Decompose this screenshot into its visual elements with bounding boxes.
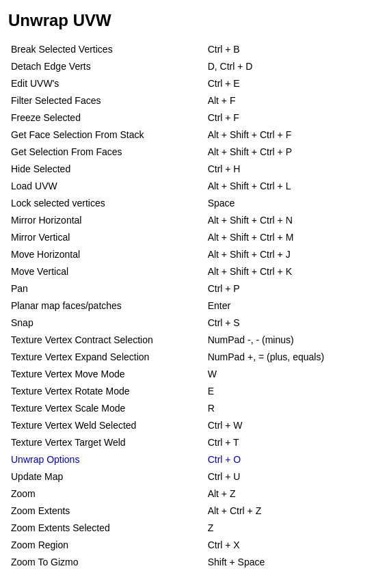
shortcut-keys: Alt + Shift + Ctrl + N bbox=[205, 212, 366, 229]
shortcut-action: Planar map faces/patches bbox=[8, 297, 205, 315]
shortcut-action: Mirror Vertical bbox=[8, 229, 205, 246]
table-row: Filter Selected FacesAlt + F bbox=[8, 92, 366, 109]
shortcut-keys: Ctrl + B bbox=[205, 41, 366, 58]
table-row: SnapCtrl + S bbox=[8, 315, 366, 332]
shortcut-action: Detach Edge Verts bbox=[8, 58, 205, 75]
shortcut-keys: W bbox=[205, 366, 366, 383]
shortcut-action: Filter Selected Faces bbox=[8, 92, 205, 109]
shortcut-keys: Alt + Shift + Ctrl + P bbox=[205, 144, 366, 161]
shortcut-action: Unwrap Options bbox=[8, 451, 205, 468]
table-row: ZoomAlt + Z bbox=[8, 485, 366, 503]
table-row: Zoom To GizmoShift + Space bbox=[8, 554, 366, 571]
shortcut-keys: R bbox=[205, 400, 366, 417]
shortcut-keys: Ctrl + U bbox=[205, 468, 366, 485]
table-row: Texture Vertex Scale ModeR bbox=[8, 400, 366, 417]
shortcut-keys: Shift + Space bbox=[205, 554, 366, 571]
shortcut-action: Break Selected Vertices bbox=[8, 41, 205, 58]
table-row: Move VerticalAlt + Shift + Ctrl + K bbox=[8, 263, 366, 280]
shortcut-keys: NumPad -, - (minus) bbox=[205, 332, 366, 349]
shortcut-action: Freeze Selected bbox=[8, 109, 205, 126]
shortcut-action: Load UVW bbox=[8, 178, 205, 195]
shortcut-keys: Ctrl + F bbox=[205, 109, 366, 126]
table-row: Mirror VerticalAlt + Shift + Ctrl + M bbox=[8, 229, 366, 246]
shortcut-keys: D, Ctrl + D bbox=[205, 58, 366, 75]
table-row: Move HorizontalAlt + Shift + Ctrl + J bbox=[8, 246, 366, 263]
table-row: Texture Vertex Rotate ModeE bbox=[8, 383, 366, 400]
table-row: Texture Vertex Contract SelectionNumPad … bbox=[8, 332, 366, 349]
shortcut-action: Zoom To Gizmo bbox=[8, 554, 205, 571]
shortcut-action: Texture Vertex Rotate Mode bbox=[8, 383, 205, 400]
shortcut-keys: Ctrl + H bbox=[205, 161, 366, 178]
shortcut-action: Move Vertical bbox=[8, 263, 205, 280]
shortcut-keys: Ctrl + T bbox=[205, 434, 366, 451]
shortcut-action: Snap bbox=[8, 315, 205, 332]
shortcut-action: Edit UVW's bbox=[8, 75, 205, 92]
shortcuts-table: Break Selected VerticesCtrl + BDetach Ed… bbox=[8, 41, 366, 571]
shortcut-keys: NumPad +, = (plus, equals) bbox=[205, 349, 366, 366]
shortcut-keys: Alt + Shift + Ctrl + J bbox=[205, 246, 366, 263]
table-row: Break Selected VerticesCtrl + B bbox=[8, 41, 366, 58]
shortcut-action: Mirror Horizontal bbox=[8, 212, 205, 229]
table-row: Edit UVW'sCtrl + E bbox=[8, 75, 366, 92]
shortcut-action: Zoom Region bbox=[8, 537, 205, 554]
shortcut-keys: E bbox=[205, 383, 366, 400]
shortcut-action: Texture Vertex Weld Selected bbox=[8, 417, 205, 434]
shortcut-action: Move Horizontal bbox=[8, 246, 205, 263]
shortcut-keys: Alt + Shift + Ctrl + F bbox=[205, 126, 366, 144]
table-row: Zoom ExtentsAlt + Ctrl + Z bbox=[8, 503, 366, 520]
shortcut-keys: Ctrl + P bbox=[205, 280, 366, 297]
shortcut-action: Texture Vertex Expand Selection bbox=[8, 349, 205, 366]
table-row: Detach Edge VertsD, Ctrl + D bbox=[8, 58, 366, 75]
shortcut-keys: Space bbox=[205, 195, 366, 212]
table-row: Update MapCtrl + U bbox=[8, 468, 366, 485]
shortcut-keys: Enter bbox=[205, 297, 366, 315]
table-row: Freeze SelectedCtrl + F bbox=[8, 109, 366, 126]
shortcut-action: Hide Selected bbox=[8, 161, 205, 178]
table-row: Hide SelectedCtrl + H bbox=[8, 161, 366, 178]
shortcut-action: Texture Vertex Contract Selection bbox=[8, 332, 205, 349]
table-row: Load UVWAlt + Shift + Ctrl + L bbox=[8, 178, 366, 195]
shortcut-keys: Ctrl + O bbox=[205, 451, 366, 468]
table-row: Planar map faces/patchesEnter bbox=[8, 297, 366, 315]
shortcut-action: Texture Vertex Scale Mode bbox=[8, 400, 205, 417]
shortcut-keys: Alt + F bbox=[205, 92, 366, 109]
table-row: Get Face Selection From StackAlt + Shift… bbox=[8, 126, 366, 144]
page-title: Unwrap UVW bbox=[8, 11, 366, 30]
shortcut-action: Get Face Selection From Stack bbox=[8, 126, 205, 144]
shortcut-action: Texture Vertex Target Weld bbox=[8, 434, 205, 451]
shortcut-action: Pan bbox=[8, 280, 205, 297]
shortcut-keys: Z bbox=[205, 520, 366, 537]
shortcut-action: Texture Vertex Move Mode bbox=[8, 366, 205, 383]
table-row: Unwrap OptionsCtrl + O bbox=[8, 451, 366, 468]
shortcut-keys: Alt + Shift + Ctrl + L bbox=[205, 178, 366, 195]
table-row: Lock selected verticesSpace bbox=[8, 195, 366, 212]
shortcut-keys: Alt + Z bbox=[205, 485, 366, 503]
table-row: Texture Vertex Expand SelectionNumPad +,… bbox=[8, 349, 366, 366]
table-row: Get Selection From FacesAlt + Shift + Ct… bbox=[8, 144, 366, 161]
table-row: Texture Vertex Weld SelectedCtrl + W bbox=[8, 417, 366, 434]
table-row: Zoom RegionCtrl + X bbox=[8, 537, 366, 554]
shortcut-action: Zoom Extents Selected bbox=[8, 520, 205, 537]
table-row: PanCtrl + P bbox=[8, 280, 366, 297]
table-row: Zoom Extents SelectedZ bbox=[8, 520, 366, 537]
shortcut-action: Update Map bbox=[8, 468, 205, 485]
shortcut-action: Lock selected vertices bbox=[8, 195, 205, 212]
shortcut-keys: Alt + Ctrl + Z bbox=[205, 503, 366, 520]
shortcut-keys: Ctrl + X bbox=[205, 537, 366, 554]
shortcut-keys: Alt + Shift + Ctrl + K bbox=[205, 263, 366, 280]
shortcut-action: Zoom bbox=[8, 485, 205, 503]
table-row: Texture Vertex Move ModeW bbox=[8, 366, 366, 383]
shortcut-action: Get Selection From Faces bbox=[8, 144, 205, 161]
shortcut-keys: Ctrl + W bbox=[205, 417, 366, 434]
shortcut-keys: Alt + Shift + Ctrl + M bbox=[205, 229, 366, 246]
shortcut-keys: Ctrl + S bbox=[205, 315, 366, 332]
shortcut-keys: Ctrl + E bbox=[205, 75, 366, 92]
table-row: Texture Vertex Target WeldCtrl + T bbox=[8, 434, 366, 451]
table-row: Mirror HorizontalAlt + Shift + Ctrl + N bbox=[8, 212, 366, 229]
shortcut-action: Zoom Extents bbox=[8, 503, 205, 520]
